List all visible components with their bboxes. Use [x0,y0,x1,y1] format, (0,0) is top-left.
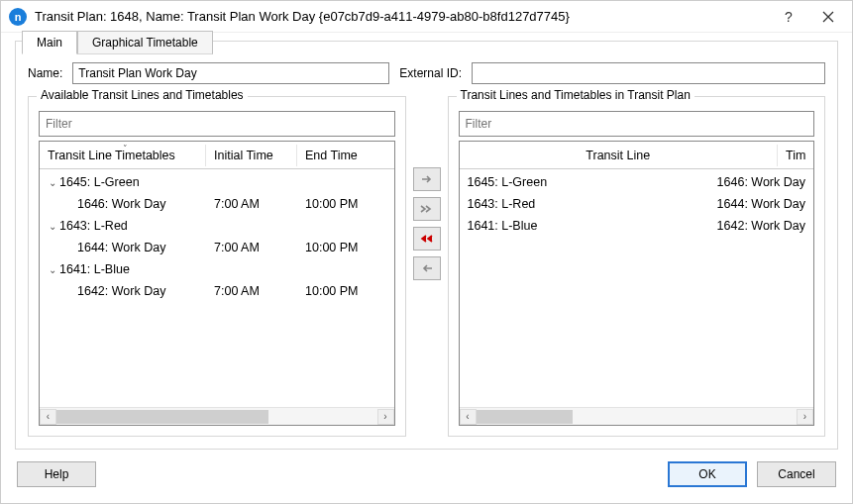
assigned-group-title: Transit Lines and Timetables in Transit … [457,88,694,102]
arrow-left-icon [421,263,433,273]
table-row[interactable]: 1646: Work Day 7:00 AM 10:00 PM [40,193,394,215]
move-left-button[interactable] [413,256,441,280]
table-row[interactable]: ⌄1643: L-Red [40,215,394,237]
table-row[interactable]: ⌄1641: L-Blue [40,258,394,280]
assigned-header: Transit Line Tim [460,142,814,169]
expand-toggle-icon[interactable]: ⌄ [48,177,57,188]
arrow-right-icon [421,174,433,184]
available-group: Available Transit Lines and Timetables T… [28,96,406,437]
col-transit-line[interactable]: Transit Line [460,145,779,166]
help-button[interactable]: Help [17,461,96,487]
move-buttons [406,96,448,437]
scroll-left-icon[interactable]: ‹ [40,409,56,425]
available-horizontal-scrollbar[interactable]: ‹ › [40,407,394,425]
available-body: ⌄1645: L-Green 1646: Work Day 7:00 AM 10… [40,169,394,407]
table-row[interactable]: 1644: Work Day 7:00 AM 10:00 PM [40,237,394,258]
available-filter-input[interactable] [39,111,395,137]
double-arrow-right-icon [420,204,434,214]
tab-strip: Main Graphical Timetable [22,31,819,54]
window-title: Transit Plan: 1648, Name: Transit Plan W… [35,9,769,24]
form-row: Name: External ID: [28,62,825,84]
scroll-right-icon[interactable]: › [797,409,813,425]
titlebar: n Transit Plan: 1648, Name: Transit Plan… [1,1,852,33]
name-label: Name: [28,66,62,80]
cancel-button[interactable]: Cancel [757,461,836,487]
table-row[interactable]: 1643: L-Red 1644: Work Day [460,193,814,215]
groups-row: Available Transit Lines and Timetables T… [28,96,825,437]
app-icon: n [9,8,27,26]
scroll-thumb[interactable] [477,410,573,424]
close-icon [822,11,834,23]
table-row[interactable]: ⌄1645: L-Green [40,171,394,193]
available-group-title: Available Transit Lines and Timetables [37,88,248,102]
scroll-track[interactable] [477,409,798,425]
col-timetable-partial[interactable]: Tim [778,145,813,166]
button-bar: Help OK Cancel [1,450,852,503]
scroll-track[interactable] [56,409,377,425]
move-all-left-button[interactable] [413,227,441,251]
scroll-right-icon[interactable]: › [377,409,394,425]
assigned-group: Transit Lines and Timetables in Transit … [448,96,826,437]
tab-graphical-timetable[interactable]: Graphical Timetable [77,31,213,54]
col-end-time[interactable]: End Time [297,145,394,166]
double-arrow-left-icon [420,234,434,244]
assigned-table: Transit Line Tim 1645: L-Green 1646: Wor… [459,141,815,426]
assigned-horizontal-scrollbar[interactable]: ‹ › [460,407,814,425]
expand-toggle-icon[interactable]: ⌄ [48,264,57,275]
scroll-thumb[interactable] [56,410,268,424]
external-id-label: External ID: [399,66,462,80]
tab-main[interactable]: Main [22,31,77,54]
ok-button[interactable]: OK [668,461,747,487]
col-transit-line-timetables[interactable]: Transit Line Timetables ˅ [40,145,206,166]
external-id-input[interactable] [472,62,825,84]
table-row[interactable]: 1641: L-Blue 1642: Work Day [460,215,814,237]
col-initial-time[interactable]: Initial Time [206,145,297,166]
sort-indicator-icon: ˅ [123,144,128,153]
table-row[interactable]: 1645: L-Green 1646: Work Day [460,171,814,193]
move-right-button[interactable] [413,167,441,191]
scroll-left-icon[interactable]: ‹ [460,409,477,425]
expand-toggle-icon[interactable]: ⌄ [48,221,57,232]
close-button[interactable] [808,3,848,31]
help-button[interactable]: ? [769,3,808,31]
available-table: Transit Line Timetables ˅ Initial Time E… [39,141,395,426]
name-input[interactable] [72,62,389,84]
available-header: Transit Line Timetables ˅ Initial Time E… [40,142,394,169]
content-frame: Main Graphical Timetable Name: External … [15,41,838,450]
move-all-right-button[interactable] [413,197,441,221]
assigned-filter-input[interactable] [459,111,815,137]
assigned-body: 1645: L-Green 1646: Work Day 1643: L-Red… [460,169,814,407]
table-row[interactable]: 1642: Work Day 7:00 AM 10:00 PM [40,280,394,302]
